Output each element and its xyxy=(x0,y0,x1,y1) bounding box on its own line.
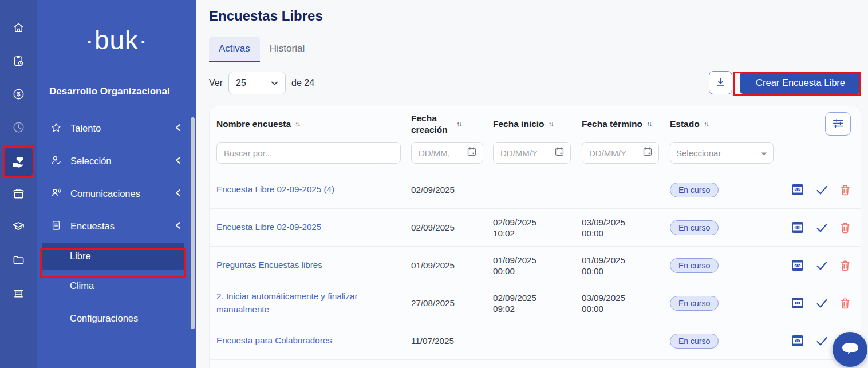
fecha-creacion-cell: 01/09/2025 xyxy=(411,260,493,270)
fecha-inicio-cell: 02/09/202510:02 xyxy=(493,217,582,238)
sidebar-subitem-libre[interactable]: Libre xyxy=(42,243,184,270)
trash-icon[interactable] xyxy=(840,298,850,309)
survey-name-link[interactable]: Encuesta para Colaboradores xyxy=(216,334,411,347)
table-row: En curso xyxy=(210,359,861,368)
gift-icon[interactable] xyxy=(4,181,33,206)
table-row: Encuesta Libre 02-09-2025 (4) 02/09/2025… xyxy=(210,171,861,208)
fecha-inicio-filter xyxy=(493,142,571,164)
fecha-termino-input[interactable] xyxy=(588,148,642,159)
sidebar-item-label: Encuestas xyxy=(70,221,166,232)
fecha-creacion-input[interactable] xyxy=(417,148,467,159)
toolbar: Ver 25 de 24 Crear Encuesta Libre xyxy=(209,71,861,94)
survey-name-link[interactable]: Encuesta Libre 02-09-2025 (4) xyxy=(216,183,411,196)
icon-rail: $ xyxy=(0,0,37,368)
sidebar-subitem-clima[interactable]: Clima xyxy=(37,270,196,302)
fecha-termino-cell xyxy=(582,341,670,342)
preview-icon[interactable] xyxy=(791,184,804,196)
sidebar-item-encuestas[interactable]: Encuestas xyxy=(37,210,196,243)
tab-activas[interactable]: Activas xyxy=(209,37,260,62)
row-actions xyxy=(791,184,854,196)
sort-icon[interactable]: ↑↓ xyxy=(295,120,299,128)
buk-logo: ·buk· xyxy=(37,19,196,61)
sidebar-item-label: Comunicaciones xyxy=(70,188,166,199)
column-header-fecha-termino[interactable]: Fecha término ↑↓ xyxy=(582,119,670,129)
check-icon[interactable] xyxy=(816,298,828,308)
row-actions xyxy=(791,221,854,234)
trash-icon[interactable] xyxy=(840,260,850,271)
chat-launcher-button[interactable] xyxy=(833,332,867,367)
main-content: Encuestas Libres Activas Historial Ver 2… xyxy=(196,0,868,368)
trash-icon[interactable] xyxy=(840,184,850,196)
table-row: Preguntas Encuestas libres 01/09/2025 01… xyxy=(210,246,861,284)
sidebar-item-comunicaciones[interactable]: Comunicaciones xyxy=(37,177,196,210)
row-actions xyxy=(791,259,854,271)
fecha-termino-cell: 03/09/202500:00 xyxy=(582,217,670,238)
fecha-termino-cell: 01/09/202500:00 xyxy=(582,255,670,276)
column-settings-button[interactable] xyxy=(825,112,851,136)
check-icon[interactable] xyxy=(816,260,828,271)
preview-icon[interactable] xyxy=(791,297,804,309)
fecha-inicio-cell: 01/09/202500:00 xyxy=(493,255,582,276)
sort-icon[interactable]: ↑↓ xyxy=(456,120,461,128)
preview-icon[interactable] xyxy=(791,335,804,347)
sort-icon[interactable]: ↑↓ xyxy=(704,120,708,128)
calendar-icon[interactable] xyxy=(642,147,653,159)
check-icon[interactable] xyxy=(816,185,828,195)
caret-down-icon xyxy=(760,148,767,158)
sidebar-item-talento[interactable]: Talento xyxy=(37,112,196,145)
check-icon[interactable] xyxy=(816,336,828,346)
table-body: Encuesta Libre 02-09-2025 (4) 02/09/2025… xyxy=(210,171,861,368)
preview-icon[interactable] xyxy=(791,259,804,271)
row-actions xyxy=(791,297,854,309)
sidebar-subitem-configuraciones[interactable]: Configuraciones xyxy=(37,302,196,335)
fecha-creacion-cell: 02/09/2025 xyxy=(411,185,493,195)
fecha-creacion-filter xyxy=(411,142,483,164)
survey-name-link[interactable]: Preguntas Encuestas libres xyxy=(216,259,411,271)
clipboard-clock-icon[interactable] xyxy=(4,48,33,73)
column-header-estado[interactable]: Estado ↑↓ xyxy=(670,119,791,129)
graduation-cap-icon[interactable] xyxy=(4,214,33,239)
total-count-label: de 24 xyxy=(291,78,314,88)
dollar-circle-icon[interactable]: $ xyxy=(4,81,33,106)
folder-icon[interactable] xyxy=(4,247,33,272)
trash-icon[interactable] xyxy=(840,222,850,234)
column-header-fecha-inicio[interactable]: Fecha inicio ↑↓ xyxy=(493,119,582,129)
download-icon xyxy=(715,77,726,89)
survey-name-link[interactable]: 2. Iniciar automáticamente y finalizar m… xyxy=(216,290,411,315)
sort-icon[interactable]: ↑↓ xyxy=(549,120,553,128)
sliders-icon xyxy=(833,118,844,130)
download-button[interactable] xyxy=(709,71,732,94)
fecha-creacion-cell: 11/07/2025 xyxy=(411,336,493,346)
home-icon[interactable] xyxy=(4,15,33,40)
search-input[interactable] xyxy=(223,148,394,159)
page-size-select[interactable]: 25 xyxy=(228,72,286,94)
tab-historial[interactable]: Historial xyxy=(260,37,314,62)
document-icon xyxy=(50,220,62,234)
star-icon xyxy=(50,122,62,136)
sidebar-subitem-label: Libre xyxy=(70,251,91,262)
check-icon[interactable] xyxy=(816,223,828,233)
chevron-left-icon xyxy=(175,156,182,167)
sidebar-section-title: Desarrollo Organizacional xyxy=(49,86,196,97)
sidebar-scrollbar[interactable] xyxy=(191,117,195,329)
preview-icon[interactable] xyxy=(791,221,804,234)
create-survey-button[interactable]: Crear Encuesta Libre xyxy=(740,72,861,94)
sidebar-item-label: Talento xyxy=(70,123,166,134)
hand-heart-icon[interactable] xyxy=(4,148,33,176)
clock-icon[interactable] xyxy=(4,114,33,140)
estado-filter-select[interactable]: Seleccionar xyxy=(670,142,774,164)
fecha-inicio-cell xyxy=(493,341,582,342)
storefront-icon[interactable] xyxy=(4,280,33,306)
sort-icon[interactable]: ↑↓ xyxy=(646,120,651,128)
fecha-inicio-input[interactable] xyxy=(499,148,554,159)
calendar-icon[interactable] xyxy=(467,147,477,159)
survey-name-link[interactable]: Encuesta Libre 02-09-2025 xyxy=(216,221,411,234)
sidebar-item-seleccion[interactable]: Selección xyxy=(37,145,196,177)
column-header-nombre[interactable]: Nombre encuesta ↑↓ xyxy=(216,119,411,129)
column-header-fecha-creacion[interactable]: Fecha creación ↑↓ xyxy=(411,113,493,136)
tab-bar: Activas Historial xyxy=(209,37,861,62)
app-window: $ ·buk· Desarrollo Organizacional Talent… xyxy=(0,0,868,368)
calendar-icon[interactable] xyxy=(554,147,565,159)
table-filter-row: Seleccionar xyxy=(210,142,861,171)
ver-label: Ver xyxy=(209,78,223,88)
